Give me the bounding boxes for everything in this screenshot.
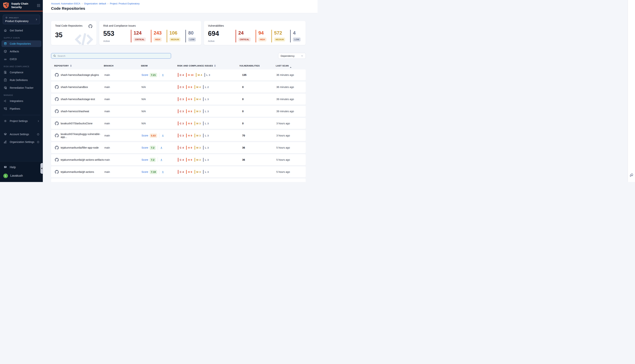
sbom-cell: Score 7.19 <box>142 170 178 174</box>
sbom-na: N/A <box>142 98 146 101</box>
risk-issues-cell: C4 H9 M3 L3 <box>178 170 240 174</box>
sbom-score-link[interactable]: Score <box>142 134 148 137</box>
sbom-score-link[interactable]: Score <box>142 74 148 76</box>
sbom-na: N/A <box>142 110 146 113</box>
app-grid-icon[interactable] <box>37 4 40 7</box>
pipelines-icon <box>3 107 7 110</box>
critical-count: C3 <box>178 122 186 126</box>
table-row[interactable]: lavakush07/argocd-hub-spoke-demo main N/… <box>51 178 306 182</box>
info-icon[interactable] <box>37 141 40 144</box>
download-icon[interactable] <box>161 170 165 174</box>
sidebar-item-user[interactable]: L Lavakush <box>2 172 41 179</box>
sidebar-item-label: Remediation Tracker <box>10 86 34 89</box>
sbom-score-link[interactable]: Score <box>142 158 148 161</box>
chevron-right-icon <box>35 18 38 21</box>
severity-count: 106 <box>169 30 181 36</box>
sidebar-item-integrations[interactable]: Integrations <box>2 98 41 104</box>
content: Total Code Repositories 35 Risk and Comp… <box>43 13 306 182</box>
download-icon[interactable] <box>161 134 165 137</box>
sbom-cell: N/A <box>142 110 178 113</box>
breadcrumb-organization[interactable]: Organization: default <box>84 2 106 5</box>
sidebar-header: Supply Chain Security <box>0 0 43 12</box>
critical-count: C3 <box>178 134 186 138</box>
sidebar-collapse-handle[interactable] <box>41 163 43 174</box>
severity-group: 24 CRITICAL <box>236 30 251 42</box>
breadcrumb-project[interactable]: Project: Product Exploratory <box>110 2 140 5</box>
severity-badge: MEDIUM <box>274 38 285 42</box>
chevron-right-icon <box>37 120 40 122</box>
medium-count: M3 <box>195 158 203 162</box>
download-icon[interactable] <box>161 74 165 76</box>
sidebar-item-pipelines[interactable]: Pipelines <box>2 106 41 112</box>
sidebar-item-compliance[interactable]: Compliance <box>2 69 41 76</box>
column-header-repository[interactable]: REPOSITORY <box>54 65 104 67</box>
medium-count: M3 <box>195 109 203 113</box>
sidebar-footer: Help L Lavakush <box>0 161 43 182</box>
sbom-score-link[interactable]: Score <box>142 170 148 173</box>
sidebar-item-project-settings[interactable]: Project Settings <box>2 118 41 124</box>
risk-issues-cell: C3 H8 M3 L3 <box>178 122 240 126</box>
severity-count: 24 <box>238 30 251 36</box>
search-input[interactable] <box>58 54 169 57</box>
severity-count: 124 <box>134 30 146 36</box>
sidebar-item-artifacts[interactable]: Artifacts <box>2 48 41 55</box>
sidebar-item-code-repositories[interactable]: Code Repositories <box>2 40 41 47</box>
download-icon[interactable] <box>160 146 163 149</box>
github-icon <box>55 122 59 126</box>
sidebar-item-rule-definitions[interactable]: Rule Definitions <box>2 77 41 84</box>
project-name: Product Exploratory <box>5 20 29 22</box>
sbom-na: N/A <box>142 122 146 125</box>
table-row[interactable]: tejakummarikuntla/gh-actions main Score … <box>51 166 306 178</box>
info-icon[interactable] <box>37 133 40 136</box>
table-row[interactable]: lavakush07/StarbucksClone main N/A C3 H8… <box>51 118 306 129</box>
severity-count: 4 <box>293 30 301 36</box>
github-icon <box>55 146 59 150</box>
sidebar-item-account-settings[interactable]: Account Settings <box>2 131 41 138</box>
medium-count: M3 <box>195 134 203 138</box>
filter-dropdown[interactable]: Dependency <box>278 53 306 59</box>
medium-count: M3 <box>195 146 203 150</box>
divider <box>159 170 159 174</box>
table-row[interactable]: shash-harness/backstage-test main N/A C3… <box>51 94 306 105</box>
last-scan-cell: 5 hours ago <box>276 158 306 161</box>
page-title: Code Repositories <box>51 6 318 11</box>
branch-cell: main <box>104 134 142 137</box>
risk-active-label: Active <box>103 40 131 42</box>
sidebar-item-help[interactable]: Help <box>2 164 41 170</box>
page-header: Account: Automation-SSCA › Organization:… <box>43 0 318 13</box>
sidebar-item-organization-settings[interactable]: Organization Settings <box>2 139 41 145</box>
collapse-left-icon <box>41 168 42 169</box>
sidebar-item-cicd[interactable]: ∞ CI/CD <box>2 56 41 62</box>
column-header-sbom[interactable]: SBOM <box>141 65 177 67</box>
low-count: L2 <box>203 85 211 89</box>
column-header-last-scan[interactable]: LAST SCAN <box>276 65 306 67</box>
breadcrumb-account[interactable]: Account: Automation-SSCA <box>51 2 80 5</box>
sidebar-item-label: Account Settings <box>10 133 29 136</box>
sidebar-item-label: Integrations <box>10 100 23 102</box>
risk-issues-cell: C3 H9 M3 L3 <box>178 134 240 138</box>
sbom-na: N/A <box>142 86 146 88</box>
sidebar-item-label: Get Started <box>10 29 23 32</box>
table-row[interactable]: shash-harness/backstage-plugins main Sco… <box>51 70 306 80</box>
table-row[interactable]: tejakummarikuntla/filler-app-node main S… <box>51 142 306 153</box>
high-count: H9 <box>186 170 194 174</box>
search-box[interactable] <box>51 53 171 58</box>
divider <box>158 145 158 150</box>
branch-cell: main <box>104 122 142 125</box>
vulnerabilities-cell: 0 <box>240 122 276 125</box>
table-row[interactable]: shash-harness/shashwat main N/A C3 H8 M3… <box>51 106 306 117</box>
table-row[interactable]: tejakummarikuntla/gh-actions-artifacts m… <box>51 154 306 165</box>
sort-ascending-icon <box>290 65 291 67</box>
column-header-risk[interactable]: RISK AND COMPLIANCE ISSUES <box>177 65 239 67</box>
column-header-vulnerabilities[interactable]: VULNERABILITIES <box>239 65 276 67</box>
column-header-branch[interactable]: BRANCH <box>104 65 141 67</box>
last-scan-cell: 36 minutes ago <box>276 86 306 88</box>
sidebar-item-get-started[interactable]: Get Started <box>2 27 41 34</box>
table-row[interactable]: lavakush07/easybuggy-vulnerable-app... m… <box>51 130 306 141</box>
project-selector[interactable]: PROJECT Product Exploratory <box>3 15 40 24</box>
sbom-score-link[interactable]: Score <box>142 146 148 149</box>
table-row[interactable]: shash-harness/sandbox main N/A C3 H8 M4 … <box>51 82 306 92</box>
sidebar-item-remediation-tracker[interactable]: Remediation Tracker <box>2 84 41 91</box>
medium-count: M3 <box>195 122 203 126</box>
download-icon[interactable] <box>160 158 163 162</box>
